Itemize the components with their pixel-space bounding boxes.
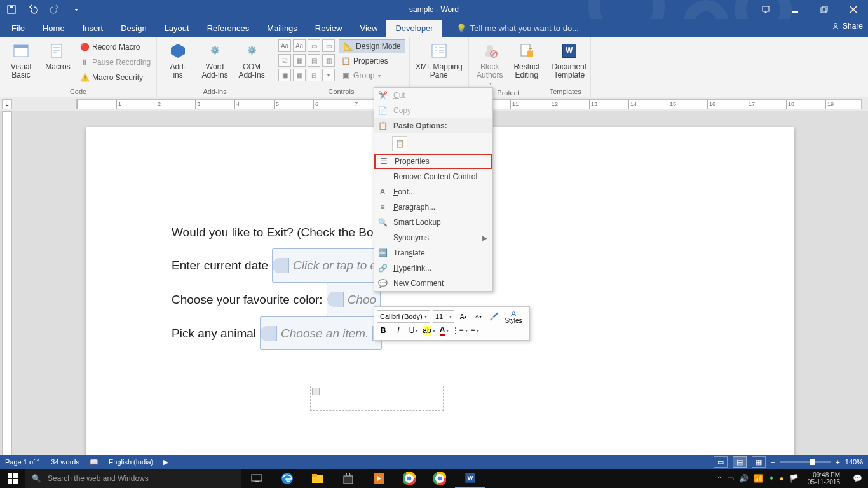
macro-security-button[interactable]: ⚠️Macro Security (78, 71, 153, 85)
restore-button[interactable] (810, 0, 839, 19)
tab-references[interactable]: References (198, 20, 258, 37)
paste-option-keep-text[interactable]: 📋 (392, 136, 407, 151)
tray-volume-icon[interactable]: 🔊 (739, 474, 749, 483)
word-addins-button[interactable]: ⚙️Word Add-Ins (198, 38, 232, 79)
block-authors-button[interactable]: Block Authors▾ (473, 38, 507, 87)
tellme-search[interactable]: 💡 Tell me what you want to do... (447, 20, 588, 37)
save-icon[interactable] (6, 4, 17, 15)
selection-anchor[interactable] (310, 386, 444, 411)
view-read-mode[interactable]: ▭ (714, 456, 728, 468)
tab-view[interactable]: View (351, 20, 386, 37)
tab-file[interactable]: File (3, 20, 34, 37)
addins-button[interactable]: Add- ins (161, 38, 195, 79)
share-button[interactable]: Share (831, 22, 863, 30)
ctx-new-comment[interactable]: 💬New Comment (374, 276, 492, 291)
zoom-out-button[interactable]: − (771, 458, 775, 466)
grow-font-button[interactable]: A▴ (457, 310, 470, 323)
ctx-cut[interactable]: ✂️Cut (374, 88, 492, 103)
restrict-editing-button[interactable]: Restrict Editing (510, 38, 544, 79)
view-print-layout[interactable]: ▤ (733, 456, 747, 468)
tab-selector[interactable]: L (2, 99, 12, 109)
dropdown-content-control-color[interactable]: Choo (327, 283, 381, 316)
tray-network-icon[interactable]: ▭ (727, 474, 734, 483)
mini-styles-button[interactable]: AStyles (503, 310, 524, 323)
chrome-icon-2[interactable] (424, 469, 455, 488)
mini-numbering[interactable]: ≡▾ (468, 324, 481, 337)
zoom-level[interactable]: 140% (845, 458, 863, 466)
mini-bullets[interactable]: ⋮≡▾ (453, 324, 466, 337)
controls-gallery[interactable]: AaAa▭▭ ☑▦▤▥ ▣▦⊟▾ (277, 38, 336, 83)
shrink-font-button[interactable]: A▾ (472, 310, 485, 323)
tab-home[interactable]: Home (34, 20, 74, 37)
mini-size-selector[interactable]: 11▾ (433, 310, 454, 323)
comment-icon: 💬 (377, 278, 388, 289)
dropdown-content-control-animal[interactable]: Choose an item. (260, 316, 382, 350)
tab-design[interactable]: Design (112, 20, 155, 37)
xml-mapping-button[interactable]: XML Mapping Pane (414, 38, 465, 79)
status-macro-icon[interactable]: ▶ (163, 458, 168, 466)
record-macro-button[interactable]: 🔴Record Macro (78, 40, 153, 54)
tray-expand-icon[interactable]: ⌃ (717, 475, 722, 482)
tab-mailings[interactable]: Mailings (258, 20, 306, 37)
word-taskbar-icon[interactable]: W (455, 469, 485, 488)
com-addins-button[interactable]: ⚙️COM Add-Ins (234, 38, 269, 79)
document-template-button[interactable]: WDocument Template (552, 38, 587, 79)
ctx-paragraph[interactable]: ≡Paragraph... (374, 200, 492, 215)
redo-icon[interactable] (50, 4, 60, 15)
mini-font-color[interactable]: A▾ (438, 324, 451, 337)
tab-developer[interactable]: Developer (386, 20, 442, 37)
edge-icon[interactable] (272, 469, 302, 488)
ctx-hyperlink[interactable]: 🔗Hyperlink... (374, 261, 492, 276)
taskbar-search[interactable]: 🔍 Search the web and Windows (25, 469, 241, 488)
ctx-properties[interactable]: ☰Properties (374, 154, 492, 169)
tab-layout[interactable]: Layout (156, 20, 198, 37)
status-words[interactable]: 34 words (51, 458, 79, 466)
close-button[interactable] (839, 0, 868, 19)
tray-flag-icon[interactable]: 🏳️ (789, 474, 799, 483)
ctx-translate[interactable]: 🔤Translate (374, 245, 492, 261)
design-mode-toggle[interactable]: 📐Design Mode (339, 39, 405, 53)
tray-wifi-icon[interactable]: 📶 (754, 474, 763, 483)
ctx-font[interactable]: AFont... (374, 184, 492, 200)
control-properties-button[interactable]: 📋Properties (339, 54, 405, 68)
tab-review[interactable]: Review (306, 20, 351, 37)
media-player-icon[interactable] (363, 469, 394, 488)
mini-bold[interactable]: B (377, 324, 390, 337)
minimize-button[interactable] (780, 0, 810, 19)
tab-insert[interactable]: Insert (74, 20, 112, 37)
task-view-button[interactable] (241, 469, 272, 488)
tray-app-icon-2[interactable]: ● (780, 474, 784, 483)
macros-button[interactable]: Macros (41, 38, 75, 71)
zoom-slider[interactable] (780, 461, 831, 463)
visual-basic-button[interactable]: Visual Basic (4, 38, 38, 79)
status-proofing-icon[interactable]: 📖 (90, 458, 98, 466)
ctx-remove-content-control[interactable]: Remove Content Control (374, 169, 492, 184)
pause-recording-button[interactable]: ⏸Pause Recording (78, 55, 153, 69)
ctx-synonyms[interactable]: Synonyms▶ (374, 230, 492, 245)
undo-icon[interactable] (28, 4, 38, 15)
mini-font-selector[interactable]: Calibri (Body)▾ (377, 310, 430, 323)
chrome-icon[interactable] (394, 469, 424, 488)
vertical-ruler[interactable] (2, 111, 12, 471)
file-explorer-icon[interactable] (302, 469, 333, 488)
tray-app-icon[interactable]: ✦ (768, 474, 775, 483)
date-content-control[interactable]: Click or tap to e (272, 248, 381, 282)
search-icon: 🔍 (32, 474, 41, 483)
store-icon[interactable] (333, 469, 363, 488)
status-language[interactable]: English (India) (109, 458, 153, 466)
ctx-copy[interactable]: 📄Copy (374, 103, 492, 118)
format-painter-button[interactable]: 🖌️ (487, 310, 500, 323)
group-button[interactable]: ▣Group▾ (339, 69, 405, 83)
view-web-layout[interactable]: ▦ (752, 456, 766, 468)
start-button[interactable] (0, 469, 25, 488)
ctx-smart-lookup[interactable]: 🔍Smart Lookup (374, 215, 492, 230)
mini-underline[interactable]: U▾ (407, 324, 420, 337)
mini-italic[interactable]: I (392, 324, 405, 337)
mini-highlight[interactable]: ab▾ (423, 324, 435, 337)
status-page[interactable]: Page 1 of 1 (5, 458, 41, 466)
ribbon-options-icon[interactable] (751, 0, 780, 19)
action-center-button[interactable]: 💬 (849, 469, 865, 488)
qat-customize-icon[interactable]: ▾ (71, 4, 81, 15)
taskbar-clock[interactable]: 09:48 PM 05-11-2015 (804, 471, 844, 485)
zoom-in-button[interactable]: + (836, 458, 839, 466)
